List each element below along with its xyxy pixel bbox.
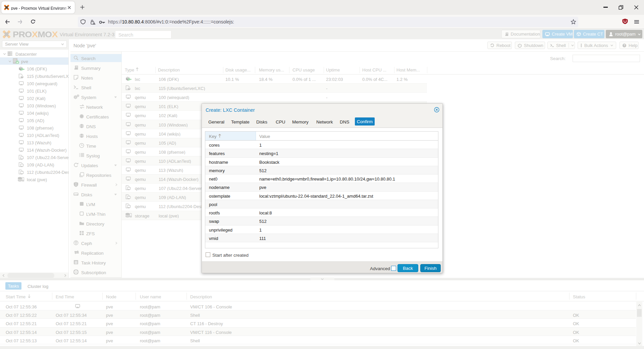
svg-text:?: ? bbox=[624, 44, 625, 47]
